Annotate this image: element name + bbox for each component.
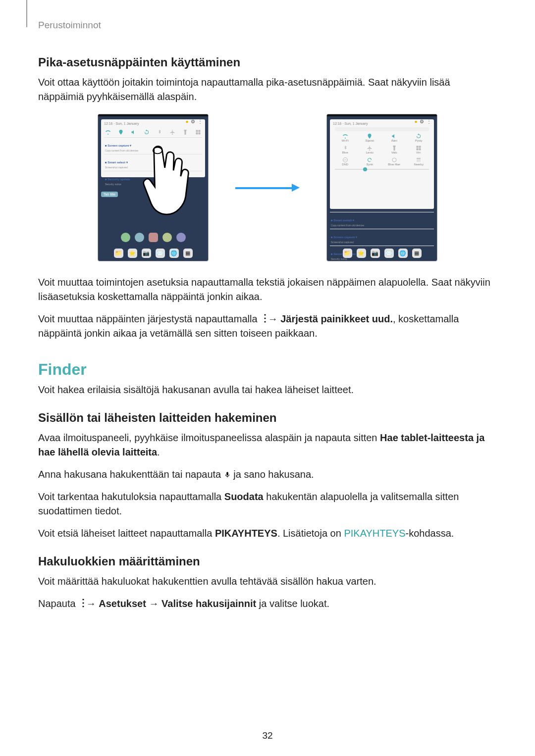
paragraph: Voit muuttaa näppäinten järjestystä napa… xyxy=(38,312,497,341)
rotate-icon xyxy=(407,133,431,139)
text: Napauta xyxy=(38,598,78,609)
paragraph: Voit hakea erilaisia sisältöjä hakusanan… xyxy=(38,383,497,397)
text-bold: Valitse hakusijainnit xyxy=(161,598,256,609)
screenshot-after: 12:16 · Sun, 1 January ● ⚙ ⋮ Wi-Fi Sijai… xyxy=(326,114,437,261)
figure-row: 12:16 · Sun, 1 January ● ⚙ ⋮ xyxy=(38,114,497,261)
microphone-icon xyxy=(224,469,231,478)
airplane-icon xyxy=(358,145,382,151)
breadcrumb: Perustoiminnot xyxy=(38,20,497,31)
flashlight-icon xyxy=(182,128,188,134)
text-bold: Asetukset xyxy=(99,598,146,609)
section-heading-finder: Finder xyxy=(38,360,497,379)
section-heading-quick-settings: Pika-asetusnäppäinten käyttäminen xyxy=(38,55,497,69)
text: Anna hakusana hakukenttään tai napauta xyxy=(38,469,224,480)
dock-camera-icon: 📷 xyxy=(142,249,151,258)
document-page: Perustoiminnot Pika-asetusnäppäinten käy… xyxy=(0,0,535,756)
text: → xyxy=(149,598,161,609)
paragraph: Voit ottaa käyttöön joitakin toimintoja … xyxy=(38,75,497,104)
rotate-icon xyxy=(144,128,150,134)
search-bar xyxy=(335,127,429,131)
dnd-icon xyxy=(333,157,358,163)
more-options-icon xyxy=(78,599,83,608)
text-bold: PIKAYHTEYS xyxy=(215,528,277,539)
screenshot-before: 12:16 · Sun, 1 January ● ⚙ ⋮ xyxy=(98,114,209,261)
svg-point-3 xyxy=(392,158,396,162)
grid-icon xyxy=(195,128,201,134)
text: Voit etsiä läheiset laitteet napauttamal… xyxy=(38,528,215,539)
dock-star-icon: ⭐ xyxy=(128,249,137,258)
power-icon xyxy=(407,145,431,151)
paragraph: Voit tarkentaa hakutuloksia napauttamall… xyxy=(38,490,497,518)
bluetooth-icon xyxy=(333,145,358,151)
text: . Lisätietoja on xyxy=(277,528,344,539)
page-number: 32 xyxy=(0,730,535,741)
location-icon xyxy=(358,133,382,139)
airplane-icon xyxy=(169,128,175,134)
text: . xyxy=(157,447,160,457)
text-bold: Suodata xyxy=(224,491,264,502)
sound-icon xyxy=(382,133,407,139)
subheading-categories: Hakuluokkien määrittäminen xyxy=(38,554,497,568)
arrow-right-icon xyxy=(235,186,300,189)
paragraph: Avaa ilmoituspaneeli, pyyhkäise ilmoitus… xyxy=(38,431,497,459)
subheading-search-content: Sisällön tai läheisten laitteiden hakemi… xyxy=(38,411,497,425)
nearby-icon xyxy=(407,157,431,163)
paragraph: Voit määrittää hakuluokat hakukenttien a… xyxy=(38,574,497,589)
text: ja valitse luokat. xyxy=(259,598,329,609)
paragraph: Anna hakusana hakukenttään tai napauta j… xyxy=(38,467,497,482)
wifi-icon xyxy=(333,133,358,139)
text: ja sano hakusana. xyxy=(233,469,314,480)
dock-folder-icon: 📁 xyxy=(114,249,123,258)
paragraph: Voit etsiä läheiset laitteet napauttamal… xyxy=(38,526,497,541)
flashlight-icon xyxy=(382,145,407,151)
text-bold: Järjestä painikkeet uud. xyxy=(280,313,393,324)
more-options-icon xyxy=(260,314,265,323)
paragraph: Voit muuttaa toimintojen asetuksia napau… xyxy=(38,275,497,304)
wifi-icon xyxy=(105,128,111,134)
margin-rule xyxy=(26,0,27,27)
swipe-down-arrow-icon: ↓ xyxy=(170,162,177,178)
text: Voit tarkentaa hakutuloksia napauttamall… xyxy=(38,491,224,502)
bluetooth-icon xyxy=(157,128,162,134)
text: -kohdassa. xyxy=(406,528,454,539)
svg-rect-2 xyxy=(344,160,346,160)
location-icon xyxy=(118,128,124,134)
sync-icon xyxy=(358,157,382,163)
link-pikayhteys[interactable]: PIKAYHTEYS xyxy=(344,528,405,539)
dock-globe-icon: 🌐 xyxy=(169,249,179,258)
paragraph: Napauta → Asetukset → Valitse hakusijain… xyxy=(38,597,497,611)
dock-mail-icon: ✉️ xyxy=(156,249,165,258)
sound-icon xyxy=(131,128,137,134)
bluelight-icon xyxy=(382,157,407,163)
dock-apps-icon: ▦ xyxy=(183,249,193,258)
text: Voit muuttaa näppäinten järjestystä napa… xyxy=(38,313,260,324)
text: Avaa ilmoituspaneeli, pyyhkäise ilmoitus… xyxy=(38,432,380,443)
